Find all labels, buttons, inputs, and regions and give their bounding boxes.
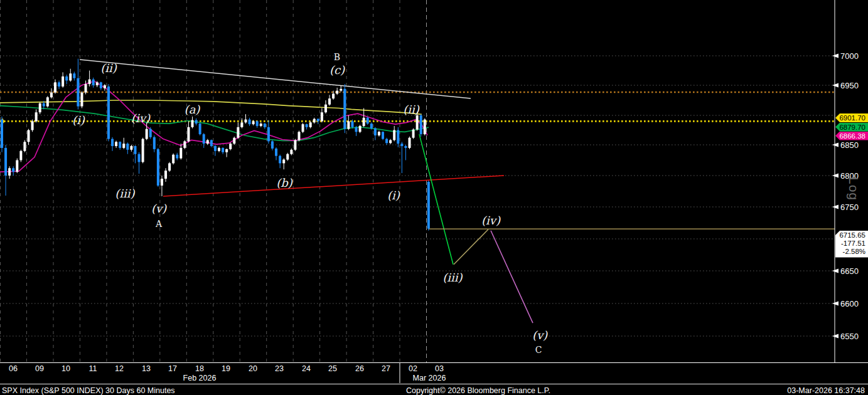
- candle-body: [313, 119, 316, 123]
- candle-body: [134, 146, 136, 154]
- candle-body: [275, 149, 277, 156]
- ma-magenta: [0, 81, 427, 172]
- candle-body: [104, 85, 106, 88]
- candle-body: [225, 149, 228, 152]
- candle-body: [267, 127, 270, 142]
- wave-label: C: [535, 345, 542, 355]
- wave-label: (ii): [100, 61, 117, 75]
- candle-body: [370, 124, 373, 129]
- x-tick-label: 09: [35, 364, 44, 373]
- projection-wave-iii: [419, 134, 453, 265]
- candle-body: [233, 138, 235, 144]
- ma-yellow: [0, 100, 422, 114]
- candle-body: [229, 144, 232, 149]
- x-tick-label: 24: [302, 364, 311, 373]
- candle-body: [168, 163, 171, 171]
- candle-body: [264, 124, 266, 127]
- candle-body: [88, 80, 91, 85]
- price-chart[interactable]: (i)(ii)(iii)(iv)(v)A(a)(b)B(c)(i)(ii)(ii…: [0, 0, 868, 384]
- candle-body: [286, 154, 289, 160]
- y-tick-arrow: [832, 143, 839, 147]
- copyright-text: Copyright© 2026 Bloomberg Finance L.P.: [406, 386, 550, 395]
- wave-label: (iii): [115, 187, 135, 200]
- candle-body: [187, 127, 190, 142]
- bloomberg-chart-screen: (i)(ii)(iii)(iv)(v)A(a)(b)B(c)(i)(ii)(ii…: [0, 0, 868, 395]
- x-tick-label: 18: [195, 364, 204, 373]
- candle-body: [317, 119, 319, 122]
- x-tick-label: 17: [168, 364, 177, 373]
- candle-body: [126, 144, 129, 150]
- y-tick-label: 6750: [840, 203, 859, 212]
- candle-body: [218, 148, 220, 151]
- candle-body: [119, 142, 121, 148]
- candle-body: [31, 121, 34, 130]
- wave-label: (ii): [403, 103, 420, 116]
- candle-body: [50, 93, 53, 98]
- candle-body: [294, 140, 296, 149]
- candle-body: [111, 139, 114, 146]
- log-scale-label: Log: [846, 177, 861, 201]
- candle-body: [420, 115, 422, 134]
- candle-body: [256, 121, 259, 126]
- candle-body: [244, 120, 247, 123]
- candle-body: [100, 82, 102, 88]
- candle-body: [321, 112, 323, 121]
- wave-label: (iv): [131, 112, 151, 125]
- y-tick-arrow: [832, 269, 839, 273]
- candle-body: [222, 148, 224, 152]
- candle-body: [336, 91, 338, 94]
- candle-body: [206, 140, 209, 144]
- candle-body: [161, 179, 163, 186]
- candle-body: [374, 129, 377, 135]
- pct-change: -2.58%: [835, 248, 865, 256]
- candle-body: [73, 73, 75, 78]
- wave-label: (a): [185, 103, 201, 116]
- candle-body: [237, 127, 239, 138]
- candle-body: [12, 168, 14, 172]
- y-tick-label: 7000: [840, 51, 859, 61]
- wave-label: B: [334, 52, 340, 62]
- candle-body: [43, 103, 45, 107]
- y-tick-arrow: [832, 302, 839, 306]
- wave-label: (iii): [442, 271, 463, 284]
- candle-body: [290, 150, 292, 154]
- candle-body: [146, 129, 148, 139]
- candle-body: [347, 121, 350, 129]
- candle-body: [400, 144, 403, 146]
- candle-body: [54, 82, 56, 92]
- candle-body: [153, 137, 156, 149]
- candle-body: [404, 146, 407, 148]
- wave-label: (v): [532, 329, 548, 342]
- x-tick-label: 25: [328, 364, 337, 373]
- candle-body: [27, 130, 29, 142]
- candle-body: [279, 156, 281, 164]
- candle-body: [183, 141, 186, 148]
- candle-body: [412, 130, 415, 138]
- y-tick-arrow: [832, 54, 839, 58]
- wave-label: (c): [330, 63, 345, 76]
- candle-body: [282, 160, 285, 164]
- wave-label: (i): [72, 113, 85, 127]
- last-price: 6715.65: [835, 231, 865, 240]
- candle-body: [351, 121, 353, 127]
- candle-body: [249, 120, 251, 125]
- candle-body: [389, 140, 392, 143]
- y-tick-label: 6850: [840, 140, 859, 150]
- candle-body: [115, 142, 117, 146]
- wave-label: (b): [276, 176, 293, 189]
- x-tick-label: 06: [9, 364, 18, 373]
- candle-body: [252, 121, 255, 124]
- candle-body: [191, 120, 194, 127]
- candle-body: [382, 132, 384, 139]
- candle-body: [363, 118, 365, 126]
- chart-title: SPX Index (S&P 500 INDEX) 30 Days 60 Min…: [2, 386, 175, 395]
- candle-body: [367, 118, 369, 124]
- x-tick-label: 03: [435, 364, 444, 373]
- x-tick-label: 19: [222, 364, 230, 373]
- x-tick-label: 10: [62, 364, 70, 373]
- candle-body: [62, 76, 64, 87]
- net-change: -177.51: [835, 240, 865, 248]
- candle-body: [328, 98, 331, 105]
- wave-label: (iv): [481, 214, 501, 227]
- y-tick-arrow: [832, 83, 839, 88]
